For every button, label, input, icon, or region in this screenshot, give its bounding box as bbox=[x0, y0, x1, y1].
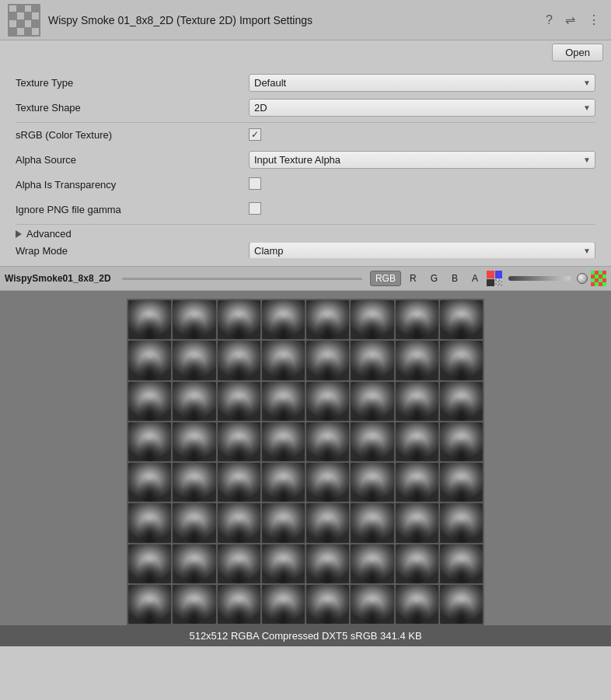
smoke-cell bbox=[218, 300, 260, 339]
smoke-cell bbox=[351, 585, 393, 624]
help-button[interactable]: ? bbox=[543, 12, 556, 29]
smoke-cell bbox=[262, 382, 305, 421]
ignore-png-row: Ignore PNG file gamma bbox=[16, 199, 595, 219]
color-grid-blue bbox=[495, 271, 503, 278]
preview-area bbox=[0, 291, 611, 625]
alpha-source-dropdown-wrapper: Input Texture Alpha ▼ bbox=[249, 151, 595, 169]
smoke-cell bbox=[351, 422, 393, 461]
divider-1 bbox=[16, 122, 595, 123]
open-button[interactable]: Open bbox=[552, 44, 603, 61]
channel-b-button[interactable]: B bbox=[446, 271, 463, 286]
brightness-slider[interactable] bbox=[577, 273, 588, 284]
smoke-cell bbox=[306, 503, 349, 542]
advanced-label: Advanced bbox=[26, 228, 72, 240]
smoke-cell bbox=[351, 300, 393, 339]
smoke-cell bbox=[218, 463, 260, 502]
status-text: 512x512 RGBA Compressed DXT5 sRGB 341.4 … bbox=[189, 630, 421, 642]
smoke-cell bbox=[128, 382, 171, 421]
smoke-cell bbox=[262, 422, 305, 461]
smoke-cell bbox=[396, 422, 438, 461]
wrap-mode-dropdown[interactable]: Clamp bbox=[249, 243, 595, 258]
advanced-row[interactable]: Advanced bbox=[16, 228, 595, 240]
smoke-cell bbox=[306, 544, 349, 583]
smoke-cell bbox=[128, 585, 171, 624]
channel-rgb-button[interactable]: RGB bbox=[370, 271, 401, 286]
smoke-cell bbox=[440, 382, 483, 421]
channel-r-button[interactable]: R bbox=[404, 271, 422, 286]
texture-shape-dropdown-wrapper: 2D ▼ bbox=[249, 99, 595, 117]
smoke-cell bbox=[173, 341, 215, 380]
slider-button[interactable]: ⇌ bbox=[562, 11, 578, 29]
color-grid-icon[interactable] bbox=[487, 271, 502, 286]
alpha-transparency-checkbox[interactable] bbox=[249, 177, 261, 190]
smoke-cell bbox=[262, 585, 305, 624]
texture-type-row: Texture Type Default ▼ bbox=[16, 72, 595, 93]
smoke-cell bbox=[173, 585, 215, 624]
srgb-label: sRGB (Color Texture) bbox=[16, 129, 249, 141]
slider-track[interactable] bbox=[122, 278, 362, 280]
channel-g-button[interactable]: G bbox=[425, 271, 443, 286]
smoke-cell bbox=[218, 585, 260, 624]
smoke-cell bbox=[128, 341, 171, 380]
smoke-cell bbox=[262, 300, 305, 339]
wrap-mode-row: Wrap Mode Clamp ▼ bbox=[16, 243, 595, 258]
smoke-cell bbox=[128, 422, 171, 461]
smoke-cell bbox=[351, 503, 393, 542]
smoke-cell bbox=[306, 341, 349, 380]
wrap-mode-label: Wrap Mode bbox=[16, 245, 249, 257]
open-btn-row: Open bbox=[0, 40, 611, 65]
alpha-transparency-row: Alpha Is Transparency bbox=[16, 174, 595, 194]
wrap-mode-dropdown-wrapper: Clamp ▼ bbox=[249, 243, 595, 258]
menu-button[interactable]: ⋮ bbox=[585, 11, 603, 29]
color-grid-red bbox=[487, 271, 494, 278]
smoke-cell bbox=[396, 341, 438, 380]
smoke-cell bbox=[218, 341, 260, 380]
smoke-cell bbox=[173, 463, 215, 502]
filename-label: WispySmoke01_8x8_2D bbox=[5, 273, 111, 284]
smoke-cell bbox=[262, 463, 305, 502]
smoke-cell bbox=[173, 503, 215, 542]
alpha-source-row: Alpha Source Input Texture Alpha ▼ bbox=[16, 149, 595, 170]
smoke-cell bbox=[396, 382, 438, 421]
checker-icon[interactable] bbox=[591, 271, 606, 286]
smoke-cell bbox=[128, 463, 171, 502]
texture-type-label: Texture Type bbox=[16, 77, 249, 89]
brightness-track[interactable] bbox=[508, 276, 571, 281]
ignore-png-checkbox[interactable] bbox=[249, 202, 261, 215]
bottom-bar: WispySmoke01_8x8_2D RGB R G B A bbox=[0, 266, 611, 291]
advanced-triangle-icon bbox=[16, 230, 22, 238]
smoke-cell bbox=[173, 422, 215, 461]
smoke-cell bbox=[306, 422, 349, 461]
texture-type-control: Default ▼ bbox=[249, 74, 595, 92]
smoke-cell bbox=[306, 300, 349, 339]
alpha-source-control: Input Texture Alpha ▼ bbox=[249, 151, 595, 169]
preview-canvas bbox=[127, 299, 484, 625]
texture-shape-label: Texture Shape bbox=[16, 102, 249, 114]
smoke-cell bbox=[306, 585, 349, 624]
smoke-cell bbox=[351, 341, 393, 380]
alpha-transparency-control bbox=[249, 177, 595, 192]
texture-shape-control: 2D ▼ bbox=[249, 99, 595, 117]
smoke-cell bbox=[440, 503, 483, 542]
texture-shape-dropdown[interactable]: 2D bbox=[249, 99, 595, 117]
ignore-png-label: Ignore PNG file gamma bbox=[16, 204, 249, 215]
texture-shape-row: Texture Shape 2D ▼ bbox=[16, 97, 595, 117]
smoke-cell bbox=[440, 463, 483, 502]
smoke-cell bbox=[396, 503, 438, 542]
srgb-checkbox[interactable] bbox=[249, 128, 261, 141]
channel-a-button[interactable]: A bbox=[466, 271, 484, 286]
alpha-source-dropdown[interactable]: Input Texture Alpha bbox=[249, 151, 595, 169]
smoke-cell bbox=[396, 544, 438, 583]
wrap-mode-control: Clamp ▼ bbox=[249, 243, 595, 258]
smoke-cell bbox=[218, 544, 260, 583]
texture-type-dropdown[interactable]: Default bbox=[249, 74, 595, 92]
smoke-cell bbox=[128, 300, 171, 339]
smoke-cell bbox=[440, 341, 483, 380]
smoke-cell bbox=[396, 463, 438, 502]
title-controls: ? ⇌ ⋮ bbox=[543, 11, 603, 29]
smoke-cell bbox=[128, 544, 171, 583]
smoke-cell bbox=[173, 382, 215, 421]
smoke-cell bbox=[306, 382, 349, 421]
divider-2 bbox=[16, 224, 595, 225]
window-title: Wispy Smoke 01_8x8_2D (Texture 2D) Impor… bbox=[48, 14, 543, 26]
